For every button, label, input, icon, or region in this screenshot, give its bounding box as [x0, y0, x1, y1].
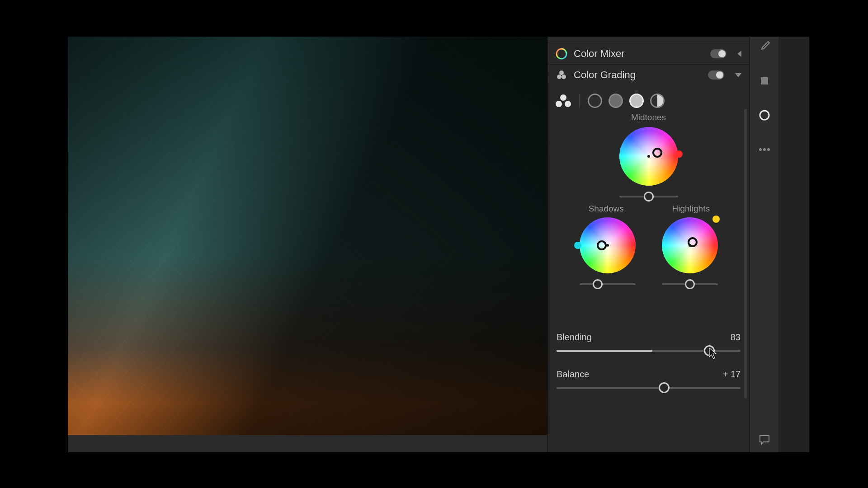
right-tool-rail [750, 37, 778, 452]
svg-point-5 [760, 111, 769, 120]
app-window: Color Mixer Color Grading [68, 37, 809, 452]
blending-row: Blending 83 [547, 324, 750, 353]
balance-slider[interactable] [557, 387, 741, 389]
view-tab-global[interactable] [650, 94, 665, 108]
view-tab-separator [579, 94, 580, 108]
view-tab-highlights[interactable] [629, 94, 644, 108]
highlights-color-wheel[interactable] [662, 217, 718, 273]
shadows-puck[interactable] [597, 240, 607, 250]
color-mixer-icon [556, 48, 567, 60]
color-mixer-toggle[interactable] [710, 49, 726, 58]
shadows-luminance-slider[interactable] [580, 283, 636, 285]
color-mixer-collapse-icon[interactable] [737, 51, 741, 57]
midtones-luminance-slider[interactable] [619, 196, 678, 197]
balance-knob[interactable] [659, 382, 670, 393]
balance-label: Balance [557, 369, 589, 380]
color-grading-collapse-icon[interactable] [735, 73, 741, 77]
eyedropper-icon[interactable] [757, 39, 772, 54]
svg-point-3 [561, 75, 566, 79]
highlights-luminance-slider[interactable] [662, 283, 718, 285]
blending-value[interactable]: 83 [731, 332, 741, 343]
edit-panel: Color Mixer Color Grading [547, 37, 750, 452]
color-grading-icon [556, 69, 567, 81]
view-tab-midtones[interactable] [609, 94, 623, 108]
midtones-label: Midtones [556, 113, 741, 122]
color-grading-title[interactable]: Color Grading [574, 69, 702, 81]
comment-icon[interactable] [757, 432, 772, 447]
photo-preview [68, 37, 547, 435]
blending-fill [557, 350, 652, 352]
balance-row: Balance + 17 [547, 361, 750, 390]
view-tab-shadows[interactable] [588, 94, 602, 108]
shadows-luminance-knob[interactable] [593, 279, 603, 289]
midtones-luminance-knob[interactable] [644, 192, 654, 202]
shadows-hue-indicator [574, 242, 581, 249]
color-grading-view-tabs [547, 85, 750, 111]
image-canvas[interactable] [68, 37, 547, 452]
color-wheels: Midtones Shadows Highlights [547, 111, 750, 290]
edit-sliders-icon[interactable] [757, 108, 772, 122]
more-icon[interactable] [757, 142, 772, 157]
svg-point-8 [767, 148, 770, 151]
balance-value[interactable]: + 17 [723, 369, 741, 380]
shadows-label: Shadows [564, 204, 649, 214]
blending-label: Blending [557, 332, 592, 343]
svg-point-0 [557, 49, 566, 59]
blending-knob[interactable] [704, 345, 715, 356]
shadows-color-wheel[interactable] [580, 217, 636, 273]
view-tab-three-way[interactable] [556, 94, 571, 107]
panel-scrollbar[interactable] [744, 109, 747, 398]
midtones-color-wheel[interactable] [619, 127, 678, 186]
midtones-hue-indicator [675, 150, 683, 158]
blending-slider[interactable] [557, 350, 741, 352]
highlights-hue-indicator [712, 216, 720, 223]
svg-rect-4 [761, 77, 768, 84]
svg-point-2 [557, 75, 561, 79]
highlights-puck[interactable] [688, 237, 698, 247]
wheel-center-dot [647, 155, 650, 158]
highlights-luminance-knob[interactable] [685, 279, 695, 289]
filmstrip-bar [68, 435, 547, 452]
highlights-label: Highlights [649, 204, 734, 214]
midtones-puck[interactable] [652, 148, 662, 158]
panel-color-grading: Color Grading [547, 64, 750, 85]
svg-point-6 [759, 148, 762, 151]
panel-color-mixer: Color Mixer [547, 43, 750, 64]
svg-point-1 [559, 70, 564, 75]
svg-point-7 [763, 148, 766, 151]
color-grading-toggle[interactable] [708, 70, 724, 80]
crop-icon[interactable] [757, 74, 772, 88]
color-mixer-title[interactable]: Color Mixer [574, 48, 704, 60]
